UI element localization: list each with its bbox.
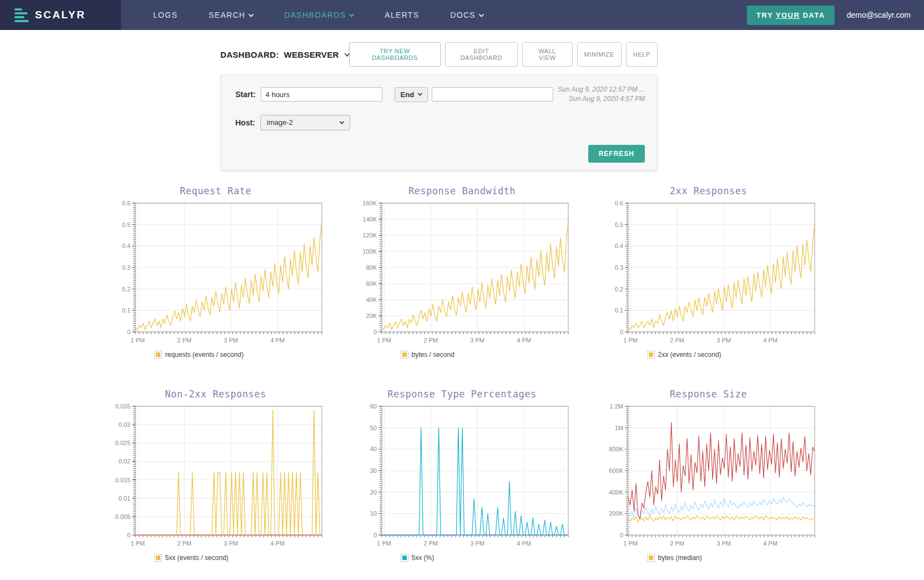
nav-right: TRY YOUR DATA demo@scalyr.com [747,0,924,30]
nav-item-alerts[interactable]: ALERTS [369,0,435,30]
svg-text:3 PM: 3 PM [224,540,238,547]
chart-title: Response Type Percentages [351,389,574,400]
svg-text:0.3: 0.3 [614,264,623,271]
help-button[interactable]: HELP [626,42,658,67]
legend-label: bytes / second [412,351,455,359]
filter-panel: Start: End Sun Aug 9, 2020 12:57 PM ... … [220,74,658,171]
svg-text:0.1: 0.1 [122,307,130,314]
top-navbar: SCALYR LOGS SEARCH DASHBOARDS ALERTS DOC… [0,0,924,30]
svg-text:1 PM: 1 PM [377,540,391,547]
try-btn-text: TRY [756,11,776,19]
legend-swatch [647,554,655,562]
svg-text:600K: 600K [609,467,623,474]
svg-text:0.005: 0.005 [115,513,130,520]
chart-plot-area[interactable]: 00.0050.010.0150.020.0250.030.0351 PM2 P… [104,402,327,553]
refresh-button[interactable]: REFRESH [588,145,645,163]
svg-text:2 PM: 2 PM [423,337,438,344]
svg-text:160K: 160K [362,200,377,206]
scalyr-logo[interactable]: SCALYR [0,0,121,30]
start-label: Start: [235,90,256,99]
legend-item: requests (events / second) [154,351,244,359]
svg-text:0.4: 0.4 [614,243,623,249]
try-your-data-button[interactable]: TRY YOUR DATA [747,6,835,25]
nav-item-docs[interactable]: DOCS [435,0,499,30]
svg-text:4 PM: 4 PM [270,337,285,344]
legend-swatch [401,351,408,359]
chart-legend: 5xx (events / second) [154,554,327,562]
svg-text:0: 0 [127,532,130,538]
svg-text:1M: 1M [614,424,623,431]
chart-canvas[interactable]: 0200K400K600K800K1M1.2M1 PM2 PM3 PM4 PM [597,402,820,553]
chart-legend: 5xx (%) [401,554,574,562]
chart-plot-area[interactable]: 00.10.20.30.40.50.61 PM2 PM3 PM4 PM [104,199,327,350]
svg-text:4 PM: 4 PM [763,337,777,344]
svg-text:200K: 200K [609,510,623,517]
svg-text:0.035: 0.035 [115,403,130,410]
svg-text:40K: 40K [366,296,377,303]
chart-plot-area[interactable]: 020K40K60K80K100K120K140K160K1 PM2 PM3 P… [351,199,574,350]
time-range-start: Sun Aug 9, 2020 12:57 PM ... [558,85,645,94]
chart-title: Response Bandwidth [351,185,574,196]
legend-swatch [154,351,162,359]
svg-text:2 PM: 2 PM [670,337,684,344]
svg-text:20K: 20K [366,312,377,319]
try-btn-text: DATA [800,11,825,19]
chart-plot-area[interactable]: 0200K400K600K800K1M1.2M1 PM2 PM3 PM4 PM [597,402,820,553]
host-value: image-2 [267,118,293,127]
legend-item: 2xx (events / second) [647,351,721,359]
svg-text:0.015: 0.015 [115,476,130,483]
end-input[interactable] [432,87,553,102]
legend-swatch [154,554,162,562]
nav-item-dashboards[interactable]: DASHBOARDS [269,0,369,30]
svg-text:0.2: 0.2 [122,285,130,292]
chart-response-type-percentages: Response Type Percentages 01020304050601… [351,389,574,562]
svg-text:80K: 80K [366,264,377,271]
brand-name: SCALYR [35,9,85,21]
chart-title: Non-2xx Responses [104,389,327,400]
minimize-button[interactable]: MINIMIZE [577,42,622,67]
svg-text:2 PM: 2 PM [670,540,684,547]
host-select[interactable]: image-2 [260,115,350,130]
svg-text:400K: 400K [609,488,623,495]
svg-text:3 PM: 3 PM [470,337,484,344]
chart-response-size: Response Size 0200K400K600K800K1M1.2M1 P… [597,389,820,562]
svg-text:2 PM: 2 PM [177,337,191,344]
edit-dashboard-button[interactable]: EDIT DASHBOARD [445,42,518,67]
svg-text:1 PM: 1 PM [623,337,638,344]
nav-item-label: SEARCH [209,11,245,19]
svg-text:60K: 60K [366,280,377,287]
chart-canvas[interactable]: 00.10.20.30.40.50.61 PM2 PM3 PM4 PM [597,199,820,350]
svg-text:1 PM: 1 PM [130,540,145,547]
end-dropdown-button[interactable]: End [395,87,428,102]
nav-item-search[interactable]: SEARCH [193,0,269,30]
try-new-dashboards-button[interactable]: TRY NEW DASHBOARDS [349,42,441,67]
chart-plot-area[interactable]: 00.10.20.30.40.50.61 PM2 PM3 PM4 PM [597,199,820,350]
time-range-display: Sun Aug 9, 2020 12:57 PM ... Sun Aug 9, … [558,85,645,104]
chart-canvas[interactable]: 00.0050.010.0150.020.0250.030.0351 PM2 P… [104,402,327,553]
svg-text:4 PM: 4 PM [517,337,531,344]
svg-text:0.1: 0.1 [614,307,623,314]
chart-canvas[interactable]: 020K40K60K80K100K120K140K160K1 PM2 PM3 P… [351,199,574,350]
svg-text:2 PM: 2 PM [177,540,191,547]
chart-plot-area[interactable]: 01020304050601 PM2 PM3 PM4 PM [351,402,574,553]
chart-legend: requests (events / second) [154,351,327,359]
chart-canvas[interactable]: 00.10.20.30.40.50.61 PM2 PM3 PM4 PM [104,199,327,350]
account-email[interactable]: demo@scalyr.com [847,11,911,19]
chart-canvas[interactable]: 01020304050601 PM2 PM3 PM4 PM [351,402,574,553]
chart-legend: 2xx (events / second) [647,351,820,359]
nav-item-logs[interactable]: LOGS [138,0,193,30]
legend-item: bytes / second [401,351,455,359]
legend-swatch [401,554,408,562]
svg-text:1 PM: 1 PM [377,337,391,344]
dashboard-selector[interactable]: DASHBOARD: WEBSERVER [220,50,349,59]
svg-text:0.2: 0.2 [614,285,623,292]
start-input[interactable] [261,87,382,102]
nav-menu: LOGS SEARCH DASHBOARDS ALERTS DOCS [138,0,499,30]
chevron-down-icon [249,12,254,17]
svg-text:0.4: 0.4 [122,243,130,249]
svg-text:0.025: 0.025 [115,440,130,446]
wall-view-button[interactable]: WALL VIEW [522,42,573,67]
legend-label: bytes (median) [658,554,702,562]
nav-item-label: DASHBOARDS [284,11,346,19]
chart-non-2xx-responses: Non-2xx Responses 00.0050.010.0150.020.0… [104,389,327,562]
